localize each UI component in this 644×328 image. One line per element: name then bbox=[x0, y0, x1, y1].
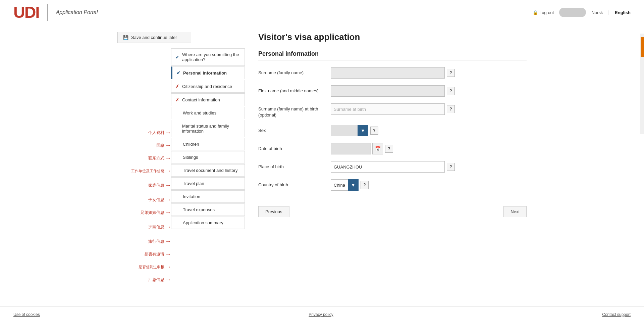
ann-invitation-cn: 是否有邀请 bbox=[144, 251, 164, 257]
ann-travel-doc-cn: 护照信息 bbox=[148, 224, 164, 230]
surname-birth-help-btn[interactable]: ? bbox=[447, 105, 455, 113]
save-later-button[interactable]: 💾 Save and continue later bbox=[117, 32, 191, 43]
dob-row: Date of birth 📅 ? bbox=[258, 143, 527, 154]
surname-birth-field: ? bbox=[331, 103, 527, 115]
step-citizenship-label: Citizenship and residence bbox=[182, 84, 232, 89]
firstname-row: First name (and middle names) ? bbox=[258, 85, 527, 97]
sex-help-btn[interactable]: ? bbox=[370, 127, 378, 135]
footer-privacy-link[interactable]: Privacy policy bbox=[309, 312, 333, 317]
left-panel: 💾 Save and continue later 个人资料 → 国籍 → bbox=[117, 32, 245, 286]
save-later-label: Save and continue later bbox=[131, 35, 177, 40]
ann-personal-cn: 个人资料 bbox=[148, 130, 164, 136]
header-left: UDI Application Portal bbox=[13, 4, 98, 21]
step-travel-doc-label: Travel document and history bbox=[183, 168, 238, 173]
step-summary-label: Application summary bbox=[183, 220, 223, 225]
previous-button[interactable]: Previous bbox=[258, 206, 289, 217]
x-icon-contact: ✗ bbox=[175, 97, 179, 102]
next-button[interactable]: Next bbox=[503, 206, 527, 217]
step-siblings[interactable]: Siblings bbox=[171, 151, 245, 163]
ann-travel-doc: 护照信息 → bbox=[117, 219, 171, 235]
step-citizenship[interactable]: ✗ Citizenship and residence bbox=[171, 80, 245, 93]
surname-help-btn[interactable]: ? bbox=[447, 69, 455, 77]
surname-input[interactable] bbox=[331, 67, 445, 79]
surname-birth-row: Surname (family name) at birth (optional… bbox=[258, 103, 527, 118]
step-personal[interactable]: ✔ Personal information bbox=[171, 66, 245, 79]
ann-invitation: 是否有邀请 → bbox=[117, 248, 171, 260]
firstname-input[interactable] bbox=[331, 85, 445, 97]
country-birth-dropdown-btn[interactable]: ▼ bbox=[348, 179, 359, 191]
ann-children-cn: 子女信息 bbox=[148, 197, 164, 203]
place-birth-help-btn[interactable]: ? bbox=[447, 163, 455, 171]
header-right: 🔒 Log out Norsk | English bbox=[533, 8, 631, 17]
step-children-label: Children bbox=[183, 142, 199, 147]
footer-cookies-link[interactable]: Use of cookies bbox=[13, 312, 40, 317]
ann-citizenship: 国籍 → bbox=[117, 139, 171, 151]
country-birth-text: China bbox=[331, 179, 348, 191]
dob-label: Date of birth bbox=[258, 143, 325, 152]
sex-field: ▼ ? bbox=[331, 125, 527, 136]
surname-birth-label: Surname (family name) at birth (optional… bbox=[258, 103, 325, 118]
dob-date-wrapper: 📅 bbox=[331, 143, 383, 154]
country-birth-help-btn[interactable]: ? bbox=[361, 181, 369, 189]
dob-input[interactable] bbox=[331, 143, 371, 154]
section-title: Personal information bbox=[258, 50, 527, 60]
sex-select-wrapper: ▼ bbox=[331, 125, 368, 136]
ann-expenses: 是否曾到过申根 → bbox=[117, 261, 171, 273]
scrollbar-thumb bbox=[641, 37, 644, 57]
form-nav: Previous Next bbox=[258, 201, 527, 217]
annotations-col: 个人资料 → 国籍 → 联系方式 → 工作单位及工作信息 → bbox=[117, 48, 171, 286]
logout-link[interactable]: 🔒 Log out bbox=[533, 10, 554, 15]
user-avatar bbox=[559, 8, 586, 17]
surname-birth-input[interactable] bbox=[331, 103, 445, 115]
country-birth-row: Country of birth China ▼ ? bbox=[258, 179, 527, 191]
step-invitation-label: Invitation bbox=[183, 194, 200, 199]
sidebar-with-annotations: 个人资料 → 国籍 → 联系方式 → 工作单位及工作信息 → bbox=[117, 48, 245, 286]
lang-separator: | bbox=[608, 10, 609, 15]
sex-dropdown-btn[interactable]: ▼ bbox=[358, 125, 368, 136]
ann-travel-plan: 旅行信息 → bbox=[117, 235, 171, 247]
ann-summary-arrow: → bbox=[165, 277, 171, 283]
x-icon-citizenship: ✗ bbox=[175, 84, 179, 89]
ann-expenses-cn: 是否曾到过申根 bbox=[139, 265, 164, 270]
footer-contact-link[interactable]: Contact support bbox=[602, 312, 631, 317]
place-birth-row: Place of birth ? bbox=[258, 161, 527, 173]
step-travel-plan[interactable]: Travel plan bbox=[171, 177, 245, 190]
ann-citizenship-cn: 国籍 bbox=[156, 143, 164, 148]
step-invitation[interactable]: Invitation bbox=[171, 190, 245, 203]
footer: Use of cookies Privacy policy Contact su… bbox=[0, 307, 644, 322]
step-marital[interactable]: Marital status and family information bbox=[171, 120, 245, 137]
ann-work: 工作单位及工作信息 → bbox=[117, 165, 171, 177]
step-summary[interactable]: Application summary bbox=[171, 217, 245, 229]
country-birth-field: China ▼ ? bbox=[331, 179, 527, 191]
step-travel-plan-label: Travel plan bbox=[183, 181, 204, 186]
right-content: Visitor's visa application Personal info… bbox=[245, 32, 527, 286]
step-contact[interactable]: ✗ Contact information bbox=[171, 93, 245, 106]
dob-help-btn[interactable]: ? bbox=[385, 145, 393, 153]
dob-calendar-btn[interactable]: 📅 bbox=[372, 143, 383, 154]
country-birth-wrapper: China ▼ bbox=[331, 179, 359, 191]
ann-personal: 个人资料 → bbox=[117, 127, 171, 139]
step-work[interactable]: Work and studies bbox=[171, 107, 245, 119]
ann-invitation-arrow: → bbox=[165, 251, 171, 257]
step-where-label: Where are you submitting the application… bbox=[182, 52, 240, 62]
save-icon: 💾 bbox=[123, 35, 128, 40]
step-travel-doc[interactable]: Travel document and history bbox=[171, 164, 245, 177]
ann-summary-cn: 汇总信息 bbox=[148, 277, 164, 283]
ann-travel-plan-arrow: → bbox=[165, 238, 171, 244]
ann-siblings: 兄弟姐妹信息 → bbox=[117, 206, 171, 219]
step-where[interactable]: ✔ Where are you submitting the applicati… bbox=[171, 48, 245, 66]
norsk-lang-link[interactable]: Norsk bbox=[591, 10, 603, 15]
firstname-help-btn[interactable]: ? bbox=[447, 87, 455, 95]
firstname-field: ? bbox=[331, 85, 527, 97]
place-birth-input[interactable] bbox=[331, 161, 445, 173]
steps-nav: ✔ Where are you submitting the applicati… bbox=[171, 48, 245, 230]
step-work-label: Work and studies bbox=[183, 110, 216, 115]
step-contact-label: Contact information bbox=[182, 97, 220, 102]
english-lang-link[interactable]: English bbox=[615, 10, 631, 15]
step-expenses[interactable]: Travel expenses bbox=[171, 203, 245, 216]
lock-icon: 🔒 bbox=[533, 10, 538, 15]
surname-row: Surname (family name) ? bbox=[258, 67, 527, 79]
check-icon-where: ✔ bbox=[175, 54, 179, 60]
step-children[interactable]: Children bbox=[171, 138, 245, 150]
ann-children-arrow: → bbox=[165, 197, 171, 203]
